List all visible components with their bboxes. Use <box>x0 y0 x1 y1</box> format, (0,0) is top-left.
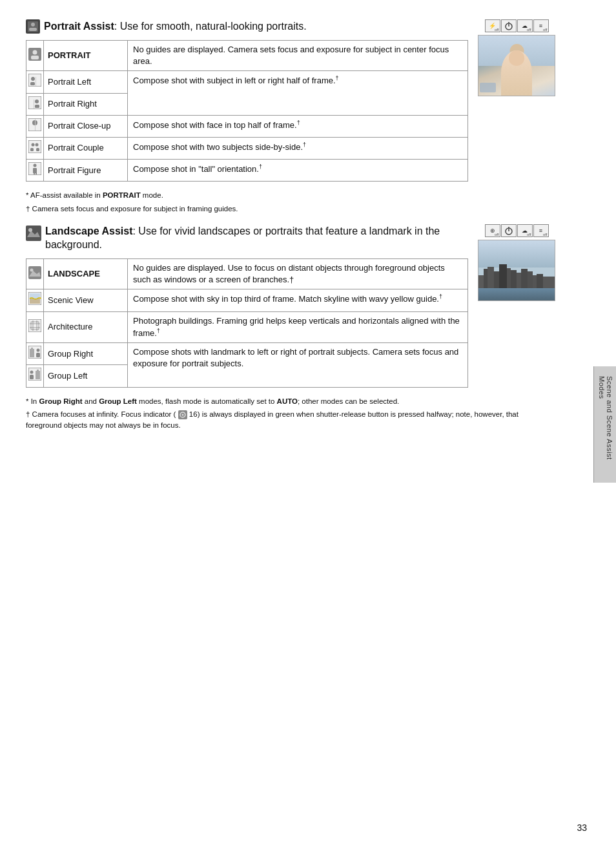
scenic-view-label: Scenic View <box>48 295 94 305</box>
landscape-right-col: ⊕off ☁off ≡off <box>478 224 555 301</box>
scenic-view-desc: Compose shot with sky in top third of fr… <box>128 289 468 311</box>
portrait-main-desc: No guides are displayed. Camera sets foc… <box>128 41 468 71</box>
landscape-flash-icon: ⊕off <box>485 224 500 237</box>
landscape-heading: Landscape Assist: Use for vivid landscap… <box>26 224 468 252</box>
portrait-figure-icon <box>28 162 41 175</box>
portrait-title: Portrait Assist: Use for smooth, natural… <box>44 21 307 32</box>
group-left-icon <box>28 368 41 381</box>
portrait-assist-icon <box>26 19 40 34</box>
scenic-view-icon <box>28 292 41 305</box>
svg-point-24 <box>34 164 37 167</box>
table-row: Portrait Left Compose shot with subject … <box>26 71 468 93</box>
svg-point-19 <box>32 143 35 146</box>
architecture-label: Architecture <box>48 322 92 331</box>
portrait-couple-icon <box>28 140 41 153</box>
portrait-header-icons: ⚡off ☁off ≡off <box>485 19 549 32</box>
table-row: Group Right Compose shots with landmark … <box>26 343 468 365</box>
table-row: PORTRAIT No guides are displayed. Camera… <box>26 41 468 71</box>
table-row: Portrait Close-up Compose shot with face… <box>26 115 468 137</box>
page-content: Portrait Assist: Use for smooth, natural… <box>0 0 581 460</box>
portrait-closeup-icon-cell <box>26 115 44 137</box>
group-left-icon-cell <box>26 365 44 387</box>
svg-rect-10 <box>36 77 36 86</box>
landscape-title: Landscape Assist: Use for vivid landscap… <box>45 224 468 252</box>
table-row: Architecture Photograph buildings. Frami… <box>26 311 468 343</box>
portrait-figure-label-cell: Portrait Figure <box>44 160 128 182</box>
portrait-figure-desc: Compose shot in "tall" orientation.† <box>128 160 468 182</box>
svg-point-36 <box>30 268 34 271</box>
group-right-icon <box>28 346 41 359</box>
portrait-couple-label-cell: Portrait Couple <box>44 137 128 159</box>
svg-rect-26 <box>34 173 35 174</box>
portrait-asterisk-note: * AF-assist available in PORTRAIT mode. <box>26 190 555 201</box>
landscape-footnotes: * In Group Right and Group Left modes, f… <box>26 396 555 432</box>
scenic-view-icon-cell <box>26 289 44 311</box>
landscape-asterisk-note: * In Group Right and Group Left modes, f… <box>26 396 555 407</box>
landscape-main-desc: No guides are displayed. Use to focus on… <box>128 259 468 289</box>
svg-point-5 <box>33 50 37 54</box>
svg-point-20 <box>36 143 39 146</box>
svg-point-61 <box>181 414 183 415</box>
portrait-heading: Portrait Assist: Use for smooth, natural… <box>26 19 468 34</box>
svg-point-52 <box>30 371 34 374</box>
svg-rect-6 <box>31 56 39 59</box>
portrait-main-label: PORTRAIT <box>48 50 90 60</box>
architecture-desc: Photograph buildings. Framing grid helps… <box>128 311 468 343</box>
portrait-section: Portrait Assist: Use for smooth, natural… <box>26 19 555 187</box>
svg-rect-50 <box>36 353 40 357</box>
svg-rect-17 <box>35 119 36 131</box>
svg-rect-27 <box>36 173 37 174</box>
portrait-figure-icon-cell <box>26 160 44 182</box>
svg-rect-48 <box>31 348 33 350</box>
svg-rect-18 <box>28 140 41 153</box>
portrait-table: PORTRAIT No guides are displayed. Camera… <box>26 40 468 182</box>
svg-rect-9 <box>30 82 35 85</box>
scenic-view-label-cell: Scenic View <box>44 289 128 311</box>
selftimer-icon <box>501 19 517 32</box>
portrait-left-col: Portrait Assist: Use for smooth, natural… <box>26 19 468 187</box>
group-right-label-cell: Group Right <box>44 343 128 365</box>
landscape-timer-icon <box>501 224 517 237</box>
page-number: 33 <box>577 823 587 833</box>
svg-rect-13 <box>35 105 39 108</box>
scene-assist-sidebar-tab: Scene and Scene Assist Modes <box>593 366 616 483</box>
portrait-closeup-desc: Compose shot with face in top half of fr… <box>128 115 468 137</box>
portrait-main-icon <box>28 48 41 61</box>
svg-rect-40 <box>28 319 41 332</box>
svg-rect-54 <box>36 371 40 379</box>
svg-rect-22 <box>36 148 39 151</box>
portrait-closeup-label-cell: Portrait Close-up <box>44 115 128 137</box>
portrait-main-label-cell: PORTRAIT <box>44 41 128 71</box>
svg-rect-53 <box>30 375 34 379</box>
group-left-label-cell: Group Left <box>44 365 128 387</box>
table-row: Portrait Figure Compose shot in "tall" o… <box>26 160 468 182</box>
svg-rect-25 <box>33 168 37 173</box>
svg-point-12 <box>35 100 39 103</box>
landscape-wb-icon: ☁off <box>517 224 533 237</box>
portrait-left-label: Portrait Left <box>48 77 91 87</box>
portrait-couple-desc: Compose shot with two subjects side-by-s… <box>128 137 468 159</box>
table-row: Portrait Couple Compose shot with two su… <box>26 137 468 159</box>
svg-rect-7 <box>28 74 41 87</box>
group-lr-desc: Compose shots with landmark to left or r… <box>128 343 468 387</box>
portrait-left-icon-cell <box>26 71 44 93</box>
architecture-label-cell: Architecture <box>44 311 128 343</box>
table-row: Scenic View Compose shot with sky in top… <box>26 289 468 311</box>
portrait-figure-label: Portrait Figure <box>48 165 101 175</box>
portrait-main-icon-cell <box>26 41 44 71</box>
focus-indicator-icon <box>178 410 187 419</box>
portrait-left-icon <box>28 74 41 87</box>
svg-rect-55 <box>37 370 39 372</box>
portrait-lr-desc: Compose shot with subject in left or rig… <box>128 71 468 115</box>
landscape-dagger-note: † Camera focuses at infinity. Focus indi… <box>26 409 555 432</box>
architecture-icon-cell <box>26 311 44 343</box>
landscape-main-label-cell: LANDSCAPE <box>44 259 128 289</box>
svg-point-49 <box>37 349 40 352</box>
portrait-dagger-note: † Camera sets focus and exposure for sub… <box>26 204 555 215</box>
portrait-couple-icon-cell <box>26 137 44 159</box>
group-left-label: Group Left <box>48 371 87 381</box>
landscape-sample-image <box>478 240 555 301</box>
portrait-right-icon-cell <box>26 93 44 115</box>
portrait-right-icon <box>28 96 41 109</box>
portrait-footnotes: * AF-assist available in PORTRAIT mode. … <box>26 190 555 215</box>
